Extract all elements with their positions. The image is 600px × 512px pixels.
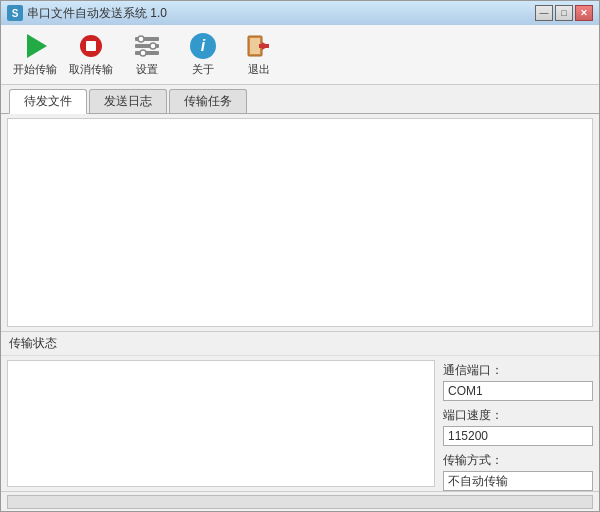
tab-log[interactable]: 发送日志 xyxy=(89,89,167,113)
play-icon xyxy=(19,33,51,60)
port-label: 通信端口： xyxy=(443,362,593,379)
settings-label: 设置 xyxy=(136,62,158,77)
about-button[interactable]: i 关于 xyxy=(177,30,229,80)
stop-button[interactable]: 取消传输 xyxy=(65,30,117,80)
tab-pending[interactable]: 待发文件 xyxy=(9,89,87,114)
progress-container: 0% xyxy=(1,491,599,511)
status-label: 传输状态 xyxy=(1,332,599,356)
stop-label: 取消传输 xyxy=(69,62,113,77)
status-params: 通信端口： COM1 端口速度： 115200 传输方式： 不自动传输 xyxy=(439,356,599,491)
status-log[interactable] xyxy=(7,360,435,487)
param-mode: 传输方式： 不自动传输 xyxy=(443,452,593,491)
speed-label: 端口速度： xyxy=(443,407,593,424)
svg-point-4 xyxy=(150,43,156,49)
tab-bar: 待发文件 发送日志 传输任务 xyxy=(1,85,599,114)
close-button[interactable]: ✕ xyxy=(575,5,593,21)
title-bar-buttons: — □ ✕ xyxy=(535,5,593,21)
status-body: 通信端口： COM1 端口速度： 115200 传输方式： 不自动传输 xyxy=(1,356,599,491)
settings-icon xyxy=(131,32,163,60)
exit-label: 退出 xyxy=(248,62,270,77)
mode-value: 不自动传输 xyxy=(443,471,593,491)
exit-button[interactable]: 退出 xyxy=(233,30,285,80)
app-icon: S xyxy=(7,5,23,21)
svg-point-5 xyxy=(140,50,146,56)
status-section: 传输状态 通信端口： COM1 端口速度： 115200 传输方式： 不自动传输 xyxy=(1,331,599,491)
progress-track: 0% xyxy=(7,495,593,509)
svg-rect-7 xyxy=(250,38,260,54)
param-port: 通信端口： COM1 xyxy=(443,362,593,401)
mode-label: 传输方式： xyxy=(443,452,593,469)
stop-icon xyxy=(75,33,107,60)
svg-rect-2 xyxy=(135,51,159,55)
speed-value: 115200 xyxy=(443,426,593,446)
title-bar: S 串口文件自动发送系统 1.0 — □ ✕ xyxy=(1,1,599,25)
info-icon: i xyxy=(187,33,219,60)
maximize-button[interactable]: □ xyxy=(555,5,573,21)
param-speed: 端口速度： 115200 xyxy=(443,407,593,446)
settings-button[interactable]: 设置 xyxy=(121,30,173,80)
toolbar: 开始传输 取消传输 设置 xyxy=(1,25,599,85)
minimize-button[interactable]: — xyxy=(535,5,553,21)
tab-tasks[interactable]: 传输任务 xyxy=(169,89,247,113)
main-content: 传输状态 通信端口： COM1 端口速度： 115200 传输方式： 不自动传输 xyxy=(1,114,599,511)
start-label: 开始传输 xyxy=(13,62,57,77)
main-window: S 串口文件自动发送系统 1.0 — □ ✕ 开始传输 取消传输 xyxy=(0,0,600,512)
port-value: COM1 xyxy=(443,381,593,401)
exit-icon xyxy=(243,32,275,60)
file-list[interactable] xyxy=(7,118,593,327)
about-label: 关于 xyxy=(192,62,214,77)
svg-point-3 xyxy=(138,36,144,42)
progress-text: 0% xyxy=(292,508,308,509)
window-title: 串口文件自动发送系统 1.0 xyxy=(27,5,535,22)
svg-rect-9 xyxy=(259,44,269,48)
start-button[interactable]: 开始传输 xyxy=(9,30,61,80)
